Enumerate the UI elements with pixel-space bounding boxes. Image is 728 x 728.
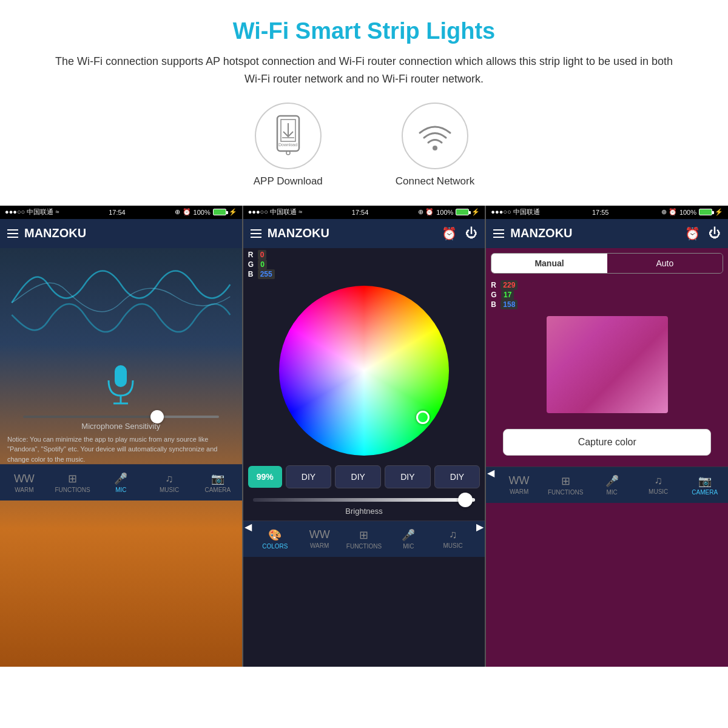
phone2-color-wheel-container [243, 281, 485, 460]
phone2-g-value: G 0 [248, 260, 480, 269]
phone2-nav-music[interactable]: ♫ MUSIC [431, 521, 475, 557]
phone3-b-val: 158 [500, 300, 517, 309]
phone2-nav-left-arrow[interactable]: ◀ [243, 521, 253, 557]
phone3-warm-label: WARM [510, 488, 528, 495]
phone2-hamburger-icon[interactable] [251, 229, 261, 238]
subtitle: The Wi-Fi connection supports AP hotspot… [49, 53, 679, 88]
phone3-nav-music[interactable]: ♫ MUSIC [635, 467, 682, 503]
phone2-nav-colors[interactable]: 🎨 COLORS [253, 521, 297, 557]
phone2-diy4[interactable]: DIY [434, 465, 480, 488]
phone1-sensitivity-slider[interactable] [23, 416, 219, 418]
phone3-app-header: MANZOKU ⏰ ⏻ [486, 219, 728, 248]
svg-point-6 [433, 146, 437, 150]
phone1-slider-area [0, 416, 242, 418]
phone1-nav-mic[interactable]: 🎤 MIC [96, 465, 145, 500]
phone3-functions-icon: ⊞ [561, 474, 570, 488]
phone1-functions-label: FUNCTIONS [55, 487, 90, 493]
app-download-icon-item: Download APP Download [254, 103, 323, 187]
phone2-brightness-label: Brightness [253, 507, 476, 516]
phone3-hamburger-icon[interactable] [493, 229, 504, 238]
phone2-color-wheel[interactable] [279, 286, 449, 456]
phone1-app-title: MANZOKU [24, 226, 235, 240]
phone3-carrier: ●●●○○ 中国联通 [491, 207, 539, 217]
app-download-label: APP Download [254, 175, 323, 187]
phone2-mic-label: MIC [403, 543, 414, 550]
phone3-nav-camera[interactable]: 📷 CAMERA [681, 467, 728, 503]
phone3-camera-icon: 📷 [698, 474, 712, 488]
phone2-colors-icon: 🎨 [268, 528, 281, 542]
phone3-capture-button[interactable]: Capture color [503, 429, 711, 456]
phone2-nav-right-arrow[interactable]: ▶ [475, 521, 485, 557]
phone2-brightness-thumb[interactable] [458, 493, 473, 507]
phone1-music-label: MUSIC [160, 487, 179, 493]
phone3-time: 17:55 [592, 209, 609, 216]
phone3-b-value: B 158 [491, 300, 723, 309]
phone3-power-icon[interactable]: ⏻ [709, 226, 721, 240]
phone1-warm-label: WARM [15, 487, 33, 493]
phone2-diy3[interactable]: DIY [385, 465, 431, 488]
phone2-power-icon[interactable]: ⏻ [465, 226, 477, 240]
phone1-hamburger-icon[interactable] [7, 229, 18, 238]
phone2-b-value: B 255 [248, 270, 480, 278]
phone3-status-left: ●●●○○ 中国联通 [491, 207, 539, 217]
phone-mic: ●●●○○ 中国联通 ≈ 17:54 ⊕ ⏰ 100% ⚡ MANZOKU [0, 206, 243, 667]
app-download-circle: Download [255, 103, 322, 169]
phone2-battery [456, 209, 469, 215]
phone3-icons: ⊕ ⏰ [661, 208, 677, 216]
connect-network-icon-item: Connect Network [396, 103, 474, 187]
phone2-alarm-icon[interactable]: ⏰ [442, 226, 457, 241]
phone1-status-bar: ●●●○○ 中国联通 ≈ 17:54 ⊕ ⏰ 100% ⚡ [0, 206, 242, 219]
phone3-alarm-icon[interactable]: ⏰ [685, 226, 700, 241]
phone3-g-value: G 17 [491, 291, 723, 299]
phone3-capture-btn-area: Capture color [486, 418, 728, 467]
connect-network-circle [402, 103, 468, 169]
phone1-time: 17:54 [109, 209, 126, 216]
phone1-mic-nav-icon: 🎤 [114, 472, 127, 485]
phone3-battery [699, 209, 712, 215]
phone2-diy2[interactable]: DIY [335, 465, 381, 488]
phone1-status-right: ⊕ ⏰ 100% ⚡ [175, 208, 237, 216]
phone2-percent-btn[interactable]: 99% [248, 466, 282, 488]
phone3-nav-warm[interactable]: WW WARM [496, 467, 542, 503]
phone2-warm-icon: WW [309, 528, 330, 541]
phone2-b-val: 255 [258, 269, 275, 279]
phone-colors: ●●●○○ 中国联通 ≈ 17:54 ⊕ ⏰ 100% ⚡ MANZOKU ⏰ … [243, 206, 487, 667]
phone1-nav-camera[interactable]: 📷 CAMERA [194, 465, 242, 500]
phone2-nav-mic[interactable]: 🎤 MIC [386, 521, 431, 557]
phone3-nav-left-arrow[interactable]: ◀ [486, 467, 496, 503]
phone2-time: 17:54 [352, 209, 369, 216]
phone1-charging: ⚡ [229, 208, 237, 216]
phone1-status-left: ●●●○○ 中国联通 ≈ [5, 207, 59, 217]
phone3-mic-icon: 🎤 [605, 474, 619, 488]
phone2-color-values: R 0 G 0 B 255 [243, 248, 485, 281]
phone2-icons: ⊕ ⏰ [418, 208, 434, 216]
phone1-nav-music[interactable]: ♫ MUSIC [145, 465, 194, 500]
phone1-app-header: MANZOKU [0, 219, 242, 248]
phone2-music-label: MUSIC [443, 542, 463, 549]
phone3-color-values: R 229 G 17 B 158 [486, 278, 728, 311]
phone2-functions-label: FUNCTIONS [346, 543, 382, 550]
phone3-music-label: MUSIC [649, 488, 668, 495]
phone3-capture-preview [486, 311, 728, 418]
phone2-color-wheel-inner [279, 286, 449, 456]
phone3-nav-mic[interactable]: 🎤 MIC [588, 467, 635, 503]
phone3-r-val: 229 [500, 280, 517, 290]
phone1-nav-warm[interactable]: WW WARM [0, 465, 49, 500]
phone1-wave-svg [0, 248, 242, 357]
phone1-camera-icon: 📷 [211, 472, 224, 485]
phone3-nav-functions[interactable]: ⊞ FUNCTIONS [542, 467, 589, 503]
phone2-brightness-slider[interactable] [253, 498, 476, 502]
phone3-tab-auto[interactable]: Auto [607, 254, 723, 273]
phone2-nav-functions[interactable]: ⊞ FUNCTIONS [342, 521, 386, 557]
phone2-nav-warm[interactable]: WW WARM [297, 521, 342, 557]
phone1-nav-functions[interactable]: ⊞ FUNCTIONS [49, 465, 97, 500]
phone1-battery-pct: 100% [194, 209, 211, 216]
main-title: Wi-Fi Smart Strip Lights [49, 18, 679, 44]
phone1-slider-thumb[interactable] [150, 410, 164, 423]
phone3-tab-manual[interactable]: Manual [491, 254, 607, 273]
phone2-color-cursor[interactable] [416, 411, 430, 424]
phone2-status-right: ⊕ ⏰ 100% ⚡ [418, 208, 480, 216]
top-section: Wi-Fi Smart Strip Lights The Wi-Fi conne… [0, 0, 728, 206]
phone2-r-val: 0 [258, 250, 267, 260]
phone2-diy1[interactable]: DIY [286, 465, 332, 488]
